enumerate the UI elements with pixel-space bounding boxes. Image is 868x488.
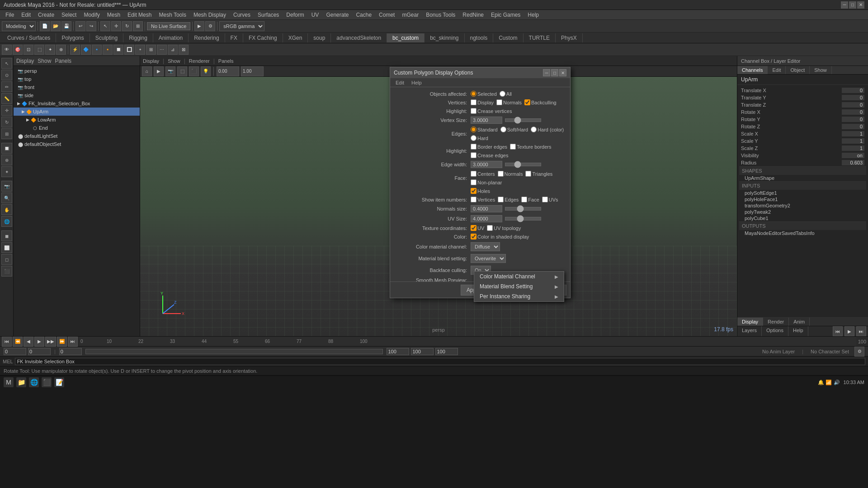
- icon-tool-11[interactable]: 🔲: [113, 45, 123, 55]
- menu-surfaces[interactable]: Surfaces: [254, 11, 283, 19]
- input-polyholeFace1[interactable]: polyHoleFace1: [739, 196, 866, 202]
- tab-bc-skinning[interactable]: bc_skinning: [425, 33, 464, 42]
- icon-tool-14[interactable]: ⊞: [146, 45, 156, 55]
- tree-item-persp[interactable]: 📷 persp: [14, 67, 140, 75]
- progress-val2[interactable]: [411, 348, 434, 355]
- render-button[interactable]: ▶: [194, 21, 204, 31]
- redo-button[interactable]: ↪: [86, 21, 96, 31]
- cpdo-minimize[interactable]: ─: [543, 69, 550, 76]
- tool-zoom[interactable]: 🔍: [1, 192, 12, 203]
- tree-item-dls[interactable]: ⬤ defaultLightSet: [14, 132, 140, 140]
- frame-current-input[interactable]: [28, 348, 51, 355]
- timeline-next[interactable]: ⏭: [68, 337, 78, 347]
- ch-visibility[interactable]: Visibility on: [739, 152, 866, 159]
- outliner-display[interactable]: Display: [16, 58, 34, 64]
- window-controls[interactable]: ─ □ ✕: [841, 1, 864, 9]
- tool-rotate[interactable]: ↻: [1, 117, 12, 127]
- cpdo-vsize-input[interactable]: [471, 117, 502, 124]
- icon-tool-8[interactable]: 🔷: [81, 45, 91, 55]
- menu-deform[interactable]: Deform: [283, 11, 307, 19]
- menu-redNine[interactable]: RedNine: [459, 11, 487, 19]
- tool-lasso[interactable]: ⊙: [1, 70, 12, 80]
- vp-shade-button[interactable]: ⬛: [189, 66, 199, 76]
- cpdo-uvtopology-check[interactable]: UV topology: [487, 225, 521, 231]
- tab-fx-caching[interactable]: FX Caching: [243, 33, 283, 42]
- tab-curves-surfaces[interactable]: Curves / Surfaces: [2, 33, 56, 42]
- tree-item-front[interactable]: 📷 front: [14, 83, 140, 91]
- cpdo-ewidth-input[interactable]: [471, 161, 502, 168]
- audio-play-button[interactable]: ▶: [844, 326, 854, 336]
- menu-epic-games[interactable]: Epic Games: [487, 11, 524, 19]
- select-tool[interactable]: ↖: [100, 21, 110, 31]
- ch-rotate-z[interactable]: Rotate Z 0: [739, 123, 866, 130]
- cpdo-blend-select[interactable]: Overwrite: [471, 254, 506, 263]
- tab-advanced-skeleton[interactable]: advancedSkeleton: [331, 33, 387, 42]
- ch-translate-z[interactable]: Translate Z 0: [739, 101, 866, 108]
- tool-extrude[interactable]: ⬜: [1, 242, 12, 253]
- mode-dropdown[interactable]: Modeling: [2, 21, 36, 31]
- cpdo-face-num-check[interactable]: Face: [521, 197, 539, 202]
- scale-tool[interactable]: ⊞: [133, 21, 143, 31]
- tree-item-lowarm[interactable]: ▶ 🔶 LowArm: [14, 116, 140, 124]
- taskbar-terminal[interactable]: ⬛: [42, 377, 52, 387]
- tool-select[interactable]: ↖: [1, 58, 12, 69]
- ctx-color-material[interactable]: Color Material Channel ▶: [474, 272, 564, 282]
- vp-light-button[interactable]: 💡: [201, 66, 211, 76]
- input-polyTweak2[interactable]: polyTweak2: [739, 209, 866, 215]
- frame-start-input[interactable]: [4, 348, 26, 355]
- output-node-editor[interactable]: MayaNodeEditorSavedTabsInfo: [739, 230, 866, 236]
- tool-move[interactable]: ✛: [1, 105, 12, 116]
- timeline-prev[interactable]: ⏮: [2, 337, 12, 347]
- menu-uv[interactable]: UV: [308, 11, 323, 19]
- tree-item-fk[interactable]: ▶ 🔷 FK_Invisible_Selection_Box: [14, 99, 140, 108]
- cpdo-display-check[interactable]: Display: [471, 99, 494, 105]
- tab-ngtools[interactable]: ngtools: [465, 33, 494, 42]
- tab-object[interactable]: Object: [786, 66, 810, 74]
- progress-val1[interactable]: [387, 348, 409, 355]
- ch-rotate-x[interactable]: Rotate X 0: [739, 108, 866, 116]
- open-button[interactable]: 📂: [51, 21, 61, 31]
- frame-input-3[interactable]: [59, 348, 82, 355]
- mel-input[interactable]: [15, 358, 865, 365]
- tree-item-top[interactable]: 📷 top: [14, 75, 140, 83]
- cpdo-vsize-slider[interactable]: [505, 118, 541, 122]
- rotate-tool[interactable]: ↻: [122, 21, 132, 31]
- tab-fx[interactable]: FX: [225, 33, 243, 42]
- ch-radius[interactable]: Radius 0.603: [739, 159, 866, 166]
- new-button[interactable]: 📄: [40, 21, 50, 31]
- tab-sculpting[interactable]: Sculpting: [90, 33, 123, 42]
- menu-modify[interactable]: Modify: [80, 11, 103, 19]
- tab-edit[interactable]: Edit: [768, 66, 786, 74]
- cpdo-hardcolor-radio[interactable]: Hard (color): [531, 127, 564, 132]
- tool-soft[interactable]: ⊕: [1, 155, 12, 165]
- vp-wire-button[interactable]: ⬚: [177, 66, 187, 76]
- tool-scale[interactable]: ⊞: [1, 128, 12, 139]
- shape-uparm[interactable]: UpArmShape: [739, 175, 866, 181]
- translate-tool[interactable]: ✛: [111, 21, 121, 31]
- cpdo-crease-edges-check[interactable]: Crease edges: [471, 152, 509, 158]
- ctx-material-blend[interactable]: Material Blend Setting ▶: [474, 282, 564, 291]
- cpdo-vert-num-check[interactable]: Vertices: [471, 197, 495, 202]
- tab-display[interactable]: Display: [737, 318, 763, 326]
- icon-tool-15[interactable]: ⋯: [157, 45, 167, 55]
- cpdo-uv-check[interactable]: UV: [471, 225, 484, 231]
- menu-create[interactable]: Create: [34, 11, 58, 19]
- cpdo-maximize[interactable]: □: [551, 69, 558, 76]
- vp-home-button[interactable]: ⌂: [142, 66, 152, 76]
- cpdo-menu-help[interactable]: Help: [408, 80, 425, 86]
- vp-value2-input[interactable]: [241, 66, 264, 76]
- ch-scale-x[interactable]: Scale X 1: [739, 130, 866, 137]
- expand-icon-uparm[interactable]: ▶: [22, 109, 25, 114]
- timeline-back[interactable]: ◀: [24, 337, 33, 347]
- progress-val3[interactable]: [435, 348, 458, 355]
- taskbar-chrome[interactable]: 🌐: [29, 377, 39, 387]
- timeline-fwd[interactable]: ▶▶: [45, 337, 56, 347]
- icon-tool-9[interactable]: 🔹: [92, 45, 102, 55]
- tool-measure[interactable]: 📏: [1, 93, 12, 104]
- tree-item-side[interactable]: 📷 side: [14, 91, 140, 99]
- cpdo-softhard-radio[interactable]: Soft/Hard: [500, 127, 528, 132]
- taskbar-notepad[interactable]: 📝: [54, 377, 64, 387]
- cpdo-nsize-input[interactable]: [471, 205, 502, 212]
- vp-panels[interactable]: Panels: [218, 58, 234, 64]
- tool-bevel[interactable]: ◻: [1, 254, 12, 265]
